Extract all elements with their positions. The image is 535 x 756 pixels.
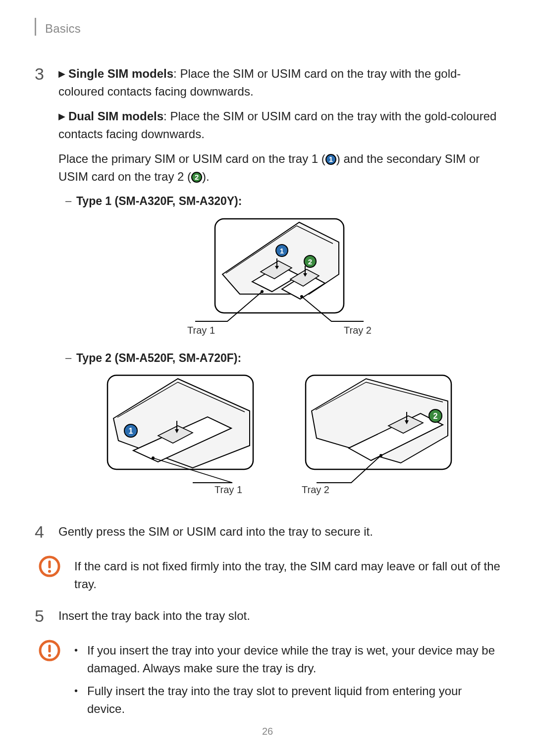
svg-text:1: 1 xyxy=(280,247,284,255)
place-text-a: Place the primary SIM or USIM card on th… xyxy=(58,152,325,165)
section-title: Basics xyxy=(45,22,81,36)
sim-diagram-type1-icon: 1 2 xyxy=(195,215,364,329)
caution-step4: If the card is not fixed firmly into the… xyxy=(35,555,500,593)
caution-item-text: Fully insert the tray into the tray slot… xyxy=(87,682,500,718)
list-item: • If you insert the tray into your devic… xyxy=(74,642,500,677)
svg-point-14 xyxy=(379,454,382,457)
tray1-label: Tray 1 xyxy=(187,323,215,338)
type1-heading: – Type 1 (SM-A320F, SM-A320Y): xyxy=(65,193,500,210)
step-number: 4 xyxy=(35,523,58,548)
page-number: 26 xyxy=(0,726,535,737)
step4-text: Gently press the SIM or USIM card into t… xyxy=(58,523,500,541)
svg-rect-19 xyxy=(49,645,51,653)
svg-point-5 xyxy=(261,290,264,293)
step-3: 3 ▶Single SIM models: Place the SIM or U… xyxy=(35,65,500,517)
step-number: 3 xyxy=(35,65,58,517)
svg-text:2: 2 xyxy=(433,412,438,420)
dual-sim-line: ▶Dual SIM models: Place the SIM or USIM … xyxy=(58,107,500,143)
svg-text:2: 2 xyxy=(308,257,312,266)
place-text-c: ). xyxy=(202,170,210,183)
bullet-icon: • xyxy=(74,682,87,718)
type2-heading: – Type 2 (SM-A520F, SM-A720F): xyxy=(65,350,500,367)
step5-text: Insert the tray back into the tray slot. xyxy=(58,607,500,625)
caution-item-text: If you insert the tray into your device … xyxy=(87,642,500,677)
triangle-icon: ▶ xyxy=(58,110,65,123)
sim-diagram-type2-right-icon: 2 xyxy=(302,371,455,485)
svg-text:1: 1 xyxy=(129,427,133,435)
step-body: Insert the tray back into the tray slot. xyxy=(58,607,500,632)
triangle-icon: ▶ xyxy=(58,67,65,81)
bullet-icon: • xyxy=(74,642,87,677)
caution-text: If the card is not fixed firmly into the… xyxy=(74,555,500,593)
page-header: Basics xyxy=(35,20,500,38)
figure-type2: 1 2 xyxy=(58,371,500,485)
step-body: ▶Single SIM models: Place the SIM or USI… xyxy=(58,65,500,517)
svg-point-6 xyxy=(300,295,303,298)
caution-list: • If you insert the tray into your devic… xyxy=(74,642,500,718)
dash-icon: – xyxy=(65,350,76,367)
list-item: • Fully insert the tray into the tray sl… xyxy=(74,682,500,718)
tray1-label: Tray 1 xyxy=(104,482,257,497)
place-text: Place the primary SIM or USIM card on th… xyxy=(58,150,500,186)
type2-label: Type 2 (SM-A520F, SM-A720F): xyxy=(76,350,241,367)
svg-rect-16 xyxy=(49,560,51,568)
caution-icon xyxy=(39,555,60,577)
single-sim-bold: Single SIM models xyxy=(68,67,173,80)
sim-diagram-type2-left-icon: 1 xyxy=(104,371,257,485)
tray2-label: Tray 2 xyxy=(344,323,372,338)
svg-point-20 xyxy=(48,654,51,657)
header-rule xyxy=(35,18,36,36)
dash-icon: – xyxy=(65,193,76,210)
figure-type2-labels: Tray 1 Tray 2 xyxy=(58,482,500,497)
caution-icon xyxy=(39,640,60,661)
svg-point-10 xyxy=(152,456,155,459)
badge-1-icon: 1 xyxy=(325,154,336,165)
step-number: 5 xyxy=(35,607,58,632)
figure-type1: 1 2 Tray 1 Tray 2 xyxy=(58,215,500,338)
caution-list-wrap: • If you insert the tray into your devic… xyxy=(74,640,500,723)
single-sim-line: ▶Single SIM models: Place the SIM or USI… xyxy=(58,65,500,101)
type1-label: Type 1 (SM-A320F, SM-A320Y): xyxy=(76,193,242,210)
caution-step5: • If you insert the tray into your devic… xyxy=(35,640,500,723)
step-4: 4 Gently press the SIM or USIM card into… xyxy=(35,523,500,548)
badge-2-icon: 2 xyxy=(191,172,202,183)
svg-point-17 xyxy=(48,570,51,573)
step-body: Gently press the SIM or USIM card into t… xyxy=(58,523,500,548)
dual-sim-bold: Dual SIM models xyxy=(68,109,163,123)
step-5: 5 Insert the tray back into the tray slo… xyxy=(35,607,500,632)
tray2-label: Tray 2 xyxy=(302,482,455,497)
